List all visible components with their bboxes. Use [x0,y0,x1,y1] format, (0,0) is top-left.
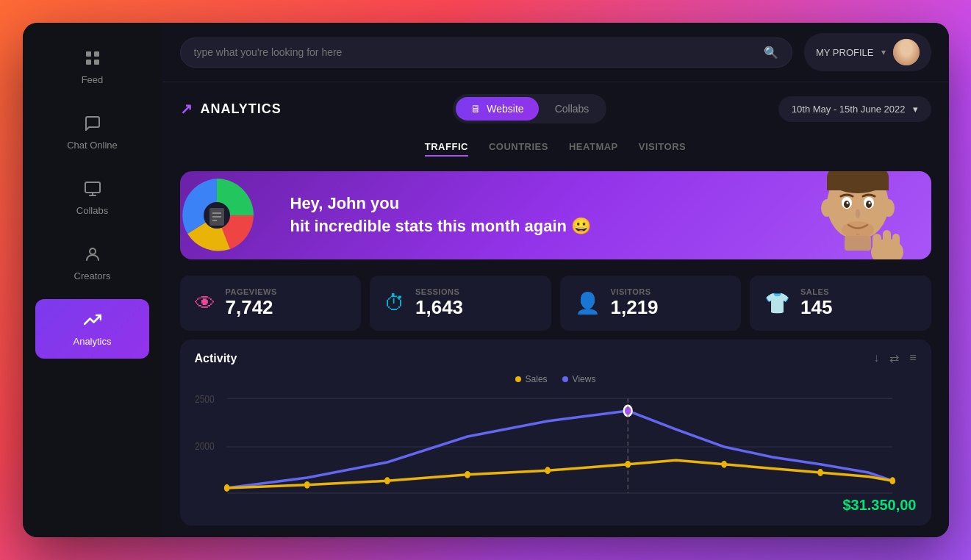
svg-point-21 [821,199,833,217]
stat-card-pageviews: 👁 PAGEVIEWS 7,742 [180,276,362,331]
avatar-image [893,39,920,65]
svg-rect-13 [827,177,889,190]
svg-point-19 [868,202,870,204]
analytics-title-text: ANALYTICS [201,101,282,117]
pageviews-icon: 👁 [195,291,215,315]
legend-views: Views [562,374,596,384]
avatar-3d [806,171,909,259]
profile-label: MY PROFILE [816,47,874,58]
search-input[interactable] [194,46,756,58]
svg-rect-26 [883,230,891,251]
tab-collabs[interactable]: Collabs [540,97,604,121]
svg-text:2000: 2000 [195,440,215,453]
monitor-icon: 🖥 [470,103,481,115]
download-icon[interactable]: ↓ [873,351,879,365]
date-range-text: 10th May - 15th June 2022 [792,104,906,115]
hero-line1: Hey, John you hit incredible stats this … [290,193,592,238]
sub-tab-heatmap[interactable]: HEATMAP [569,141,618,157]
svg-point-22 [883,199,895,217]
svg-rect-27 [892,234,900,251]
sub-tab-visitors[interactable]: VISITORS [639,141,686,157]
svg-point-43 [889,477,895,484]
sessions-label: SESSIONS [415,287,463,296]
svg-point-37 [384,477,390,484]
activity-actions: ↓ ⇄ ≡ [873,351,916,365]
pie-chart [173,171,261,259]
sidebar-item-collabs[interactable]: Collabs [35,168,149,228]
revenue-badge: $31.350,00 [842,497,916,514]
sessions-icon: ⏱ [384,291,405,315]
avatar-3d-svg [806,171,909,259]
chart-svg: 2500 2000 [195,390,917,514]
views-legend-label: Views [573,374,596,384]
app-container: Feed Chat Online Collabs [23,23,949,537]
profile-section[interactable]: MY PROFILE ▾ [804,33,931,71]
svg-text:2500: 2500 [195,392,215,405]
svg-rect-3 [94,60,99,65]
stat-card-sessions: ⏱ SESSIONS 1,643 [370,276,551,331]
activity-header: Activity ↓ ⇄ ≡ [195,351,917,365]
visitors-label: VISITORS [611,287,659,296]
tab-website-label: Website [487,103,523,115]
sidebar-item-analytics[interactable]: Analytics [35,299,149,359]
svg-rect-2 [86,60,91,65]
search-bar[interactable]: 🔍 [180,37,792,68]
chart-legend: Sales Views [195,374,917,384]
avatar [893,39,920,65]
share-icon[interactable]: ⇄ [889,351,899,365]
sales-info: SALES 145 [800,287,832,319]
svg-point-17 [866,201,872,208]
date-picker[interactable]: 10th May - 15th June 2022 ▾ [778,96,931,122]
svg-point-38 [465,471,470,478]
tab-website[interactable]: 🖥 Website [456,97,538,121]
sidebar-item-creators[interactable]: Creators [35,234,149,293]
activity-section: Activity ↓ ⇄ ≡ Sales Views [180,340,931,525]
svg-point-40 [625,461,631,468]
svg-rect-0 [86,51,91,57]
pie-chart-container [173,171,276,274]
tab-group: 🖥 Website Collabs [453,94,606,123]
sub-tabs: TRAFFIC COUNTRIES HEATMAP VISITORS [180,135,931,162]
views-legend-dot [562,376,568,382]
feed-icon [84,49,101,70]
stat-card-sales: 👕 SALES 145 [750,276,931,331]
sidebar-creators-label: Creators [74,270,111,281]
sidebar-item-chat[interactable]: Chat Online [35,103,149,162]
sales-label: SALES [800,287,832,296]
chat-icon [84,115,101,135]
sidebar-item-feed[interactable]: Feed [35,37,149,97]
hero-banner-wrapper: Hey, John you hit incredible stats this … [180,171,931,267]
tab-collabs-label: Collabs [555,103,590,115]
hero-text: Hey, John you hit incredible stats this … [290,193,592,238]
search-icon: 🔍 [764,46,778,60]
sub-tab-traffic[interactable]: TRAFFIC [425,141,468,157]
visitors-info: VISITORS 1,219 [611,287,659,319]
stat-card-visitors: 👤 VISITORS 1,219 [560,276,742,331]
sub-tab-countries[interactable]: COUNTRIES [489,141,548,157]
sidebar-analytics-label: Analytics [73,336,111,347]
analytics-title: ↗ ANALYTICS [180,100,282,118]
header: 🔍 MY PROFILE ▾ [162,23,949,82]
chart-area: 2500 2000 [195,390,917,514]
svg-point-42 [817,469,823,476]
svg-point-36 [304,481,309,489]
legend-sales: Sales [515,374,548,384]
date-chevron: ▾ [913,104,918,115]
activity-title: Activity [195,352,237,365]
svg-point-39 [545,467,551,474]
analytics-icon [84,311,101,331]
content-area: TRAFFIC COUNTRIES HEATMAP VISITORS [162,135,949,537]
svg-rect-4 [85,182,100,193]
sessions-value: 1,643 [415,296,463,319]
svg-point-18 [846,202,848,204]
sidebar-collabs-label: Collabs [76,205,108,216]
creators-icon [84,245,101,266]
sidebar-chat-label: Chat Online [67,140,118,151]
hero-banner: Hey, John you hit incredible stats this … [180,171,931,259]
filter-icon[interactable]: ≡ [909,351,916,365]
svg-point-35 [223,484,229,492]
svg-point-41 [721,461,727,468]
sales-icon: 👕 [764,291,790,315]
svg-rect-1 [94,51,99,57]
pageviews-info: PAGEVIEWS 7,742 [226,287,277,319]
